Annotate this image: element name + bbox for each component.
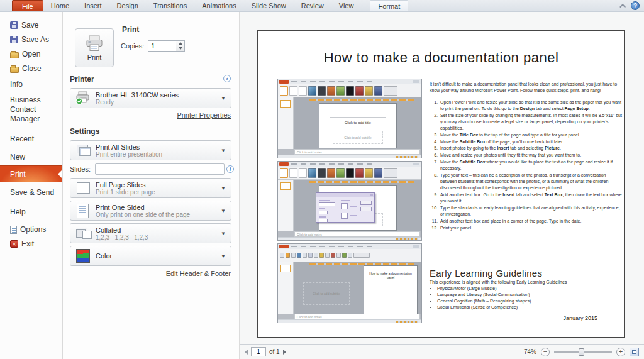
copies-stepper[interactable]: [176, 40, 185, 52]
chevron-down-icon: ▼: [221, 208, 226, 214]
chevron-down-icon: ▼: [221, 253, 226, 259]
embedded-screenshot-portrait-slide: Click to add subtitle How to make a docu…: [277, 243, 422, 323]
mini-tab-labels: [291, 81, 373, 82]
step-item: Move and resize your photos until they f…: [439, 152, 622, 158]
sidebar-item-save-and-send[interactable]: Save & Send: [10, 188, 54, 197]
sidebar-item-info[interactable]: Info: [10, 80, 23, 89]
copies-input[interactable]: [148, 40, 177, 52]
collation-dropdown[interactable]: Collated 1,2,3 1,2,3 1,2,3 ▼: [70, 223, 231, 243]
mini-notes-pane: Click to add notes: [294, 314, 420, 319]
mini-canvas: [294, 180, 421, 231]
step-item: Type the standards or early learning gui…: [439, 205, 622, 218]
next-page-icon[interactable]: [283, 350, 286, 355]
zoom-in-icon[interactable]: +: [616, 348, 625, 356]
tab-view[interactable]: View: [331, 0, 362, 11]
dropdown-subtitle: 1,2,3 1,2,3 1,2,3: [96, 234, 216, 241]
open-label: Open: [22, 50, 40, 58]
page-number-input[interactable]: [251, 347, 266, 356]
print-range-dropdown[interactable]: Print All Slides Print entire presentati…: [70, 140, 231, 160]
sidebar-item-business-contact-manager[interactable]: Business Contact Manager: [10, 96, 55, 124]
tab-design[interactable]: Design: [109, 0, 146, 11]
print-button[interactable]: Print: [75, 28, 114, 67]
tab-animations[interactable]: Animations: [194, 0, 243, 11]
previous-page-icon[interactable]: [245, 350, 248, 355]
stepper-down-icon[interactable]: [176, 46, 184, 51]
elg-heading: Early Learning Guidelines: [430, 268, 622, 279]
save-icon: [10, 21, 18, 29]
slides-label: Slides:: [70, 165, 91, 173]
tab-slide-show[interactable]: Slide Show: [244, 0, 294, 11]
divider: [70, 86, 232, 86]
preview-status-bar: of 1 74% − +: [240, 344, 644, 359]
print-button-label: Print: [87, 53, 102, 61]
zoom-slider[interactable]: [554, 351, 612, 353]
printer-name: Brother HL-3140CW series: [96, 91, 216, 99]
duplex-dropdown[interactable]: Print One Sided Only print on one side o…: [70, 201, 231, 221]
dropdown-subtitle: Only print on one side of the page: [96, 211, 216, 218]
minimize-ribbon-icon[interactable]: [619, 3, 626, 9]
stepper-up-icon[interactable]: [176, 41, 184, 46]
tab-format[interactable]: Format: [370, 0, 408, 11]
print-layout-dropdown[interactable]: Full Page Slides Print 1 slide per page …: [70, 178, 231, 198]
printer-status: Ready: [96, 99, 216, 106]
elg-intro: This experience is aligned with the foll…: [430, 280, 622, 284]
sidebar-item-close[interactable]: Close: [10, 64, 42, 73]
tab-insert[interactable]: Insert: [77, 0, 109, 11]
zoom-out-icon[interactable]: −: [541, 348, 550, 356]
sidebar-item-help[interactable]: Help: [10, 207, 26, 216]
tab-file[interactable]: File: [12, 0, 43, 11]
mini-window-buttons: [413, 80, 419, 83]
mini-ruler: [309, 181, 414, 183]
mini-slide: Click to add title Click to add subtitle: [319, 103, 397, 148]
tab-home[interactable]: Home: [43, 0, 77, 11]
printer-info-icon[interactable]: i: [223, 75, 231, 82]
help-icon[interactable]: ?: [631, 1, 640, 10]
step-item: Add another text box. Go to the Insert t…: [439, 192, 622, 204]
sidebar-item-save[interactable]: Save: [10, 21, 38, 30]
mini-offpage-subtitle: Click to add subtitle: [303, 282, 350, 305]
dropdown-title: Print One Sided: [96, 204, 216, 211]
settings-section-header: Settings: [70, 127, 99, 136]
mini-slide-thumbnail: [280, 265, 291, 272]
chevron-down-icon: ▼: [221, 185, 226, 191]
collated-icon: [75, 226, 91, 241]
step-item: Move the Subtitle Box where you would li…: [439, 159, 622, 172]
dropdown-title: Collated: [96, 226, 216, 234]
sidebar-item-exit[interactable]: ✕ Exit: [10, 240, 34, 248]
print-all-slides-icon: [75, 143, 91, 158]
mini-subtitle-placeholder: Click to add subtitle: [333, 131, 384, 144]
printer-properties-link[interactable]: Printer Properties: [177, 111, 231, 119]
elg-bullet-list: Physical/Motor (Large Muscle) Language a…: [437, 285, 622, 311]
slides-range-input[interactable]: [95, 163, 225, 175]
divider: [70, 138, 232, 138]
elg-bullet: General Cognition (Math – Recognizing sh…: [437, 298, 622, 304]
mini-slide-thumbnail: [280, 100, 291, 108]
sidebar-item-options[interactable]: Options: [10, 225, 46, 234]
mini-canvas: Click to add subtitle How to make a docu…: [294, 262, 421, 314]
dropdown-subtitle: Print 1 slide per page: [96, 189, 216, 196]
mini-file-tab: [279, 80, 289, 84]
save-as-label: Save As: [21, 35, 49, 44]
color-mode-dropdown[interactable]: Color ▼: [70, 246, 231, 266]
edit-header-footer-link[interactable]: Edit Header & Footer: [166, 270, 231, 277]
full-page-slides-icon: [75, 180, 91, 196]
mini-window-buttons: [413, 163, 419, 165]
tab-review[interactable]: Review: [294, 0, 331, 11]
sidebar-item-save-as[interactable]: Save As: [10, 35, 49, 44]
mini-ruler: [309, 99, 414, 101]
printer-select-dropdown[interactable]: Brother HL-3140CW series Ready ▼: [70, 88, 231, 108]
sidebar-item-new[interactable]: New: [10, 153, 25, 162]
zoom-percent-label[interactable]: 74%: [524, 348, 536, 355]
mini-slide-panel: [278, 262, 294, 314]
sidebar-item-print-active[interactable]: Print: [0, 165, 62, 182]
slides-info-icon[interactable]: i: [226, 165, 234, 173]
print-section-header: Print: [122, 25, 139, 34]
zoom-slider-thumb[interactable]: [579, 348, 584, 356]
sidebar-item-recent[interactable]: Recent: [10, 135, 34, 143]
mini-file-tab: [279, 162, 289, 166]
tab-transitions[interactable]: Transitions: [146, 0, 194, 11]
mini-window-buttons: [413, 245, 419, 248]
sidebar-item-open[interactable]: Open: [10, 50, 40, 58]
fit-to-window-icon[interactable]: [630, 348, 639, 356]
mini-slide-thumbnail: [280, 182, 291, 190]
